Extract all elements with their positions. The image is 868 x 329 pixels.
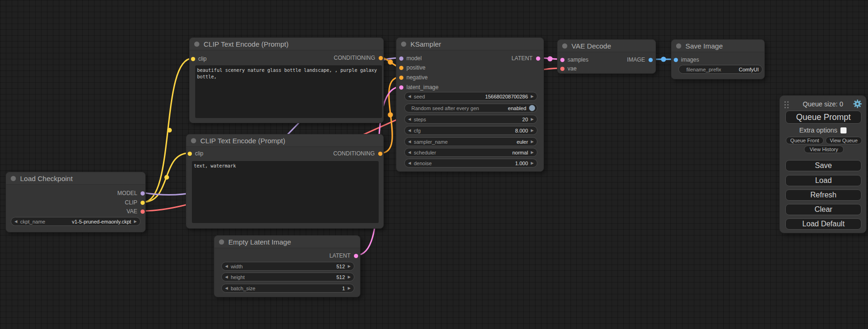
collapse-dot-icon[interactable] bbox=[191, 138, 196, 143]
decrement-arrow-icon[interactable]: ◀ bbox=[14, 220, 17, 224]
positive-prompt-textarea[interactable]: beautiful scenery nature glass bottle la… bbox=[195, 65, 382, 118]
width-widget[interactable]: ◀ width 512 ▶ bbox=[221, 262, 354, 271]
clip-port-icon[interactable] bbox=[141, 201, 145, 205]
node-title-bar[interactable]: CLIP Text Encode (Prompt) bbox=[190, 38, 383, 50]
refresh-button[interactable]: Refresh bbox=[785, 189, 861, 201]
image-port-icon[interactable] bbox=[674, 58, 678, 62]
input-slot-model[interactable]: model bbox=[399, 54, 422, 63]
collapse-dot-icon[interactable] bbox=[11, 176, 16, 181]
decrement-arrow-icon[interactable]: ◀ bbox=[408, 151, 411, 154]
scheduler-widget[interactable]: ◀ scheduler normal ▶ bbox=[404, 148, 537, 157]
extra-options-checkbox[interactable] bbox=[840, 127, 847, 133]
output-slot-clip[interactable]: CLIP bbox=[125, 198, 145, 207]
input-slot-samples[interactable]: samples bbox=[560, 56, 589, 64]
node-title-bar[interactable]: KSampler bbox=[396, 38, 543, 50]
node-save-image[interactable]: Save Image images filename_prefix ComfyU… bbox=[671, 39, 765, 79]
input-slot-clip[interactable]: clip bbox=[191, 55, 207, 63]
increment-arrow-icon[interactable]: ▶ bbox=[531, 129, 534, 133]
input-slot-images[interactable]: images bbox=[674, 56, 699, 64]
node-title-bar[interactable]: Empty Latent Image bbox=[214, 236, 360, 248]
node-title-bar[interactable]: CLIP Text Encode (Prompt) bbox=[186, 134, 383, 147]
latent-port-icon[interactable] bbox=[536, 56, 540, 61]
image-port-icon[interactable] bbox=[649, 58, 653, 62]
comfyui-canvas[interactable]: { "colors": { "model": "#B39DDB", "clip"… bbox=[0, 0, 868, 329]
increment-arrow-icon[interactable]: ▶ bbox=[531, 151, 534, 154]
vae-port-icon[interactable] bbox=[141, 210, 145, 214]
model-port-icon[interactable] bbox=[141, 191, 145, 196]
collapse-dot-icon[interactable] bbox=[676, 43, 681, 49]
decrement-arrow-icon[interactable]: ◀ bbox=[408, 129, 411, 133]
node-title-bar[interactable]: Save Image bbox=[671, 40, 764, 52]
node-clip-text-encode-negative[interactable]: CLIP Text Encode (Prompt) clip CONDITION… bbox=[186, 134, 384, 229]
clip-port-icon[interactable] bbox=[188, 152, 192, 156]
decrement-arrow-icon[interactable]: ◀ bbox=[408, 95, 411, 98]
increment-arrow-icon[interactable]: ▶ bbox=[531, 95, 534, 98]
filename-prefix-widget[interactable]: filename_prefix ComfyUI bbox=[678, 65, 762, 74]
view-queue-button[interactable]: View Queue bbox=[826, 137, 862, 144]
conditioning-port-icon[interactable] bbox=[378, 152, 382, 156]
node-vae-decode[interactable]: VAE Decode samples vae IMAGE bbox=[557, 39, 656, 74]
node-load-checkpoint[interactable]: Load Checkpoint MODEL CLIP VAE ◀ ckpt_na… bbox=[6, 172, 146, 232]
load-default-button[interactable]: Load Default bbox=[785, 218, 861, 230]
ckpt-name-widget[interactable]: ◀ ckpt_name v1-5-pruned-emaonly.ckpt ▶ bbox=[11, 217, 141, 226]
negative-prompt-textarea[interactable]: text, watermark bbox=[192, 161, 379, 223]
sampler-name-widget[interactable]: ◀ sampler_name euler ▶ bbox=[404, 137, 537, 146]
latent-port-icon[interactable] bbox=[560, 58, 565, 62]
cfg-widget[interactable]: ◀ cfg 8.000 ▶ bbox=[404, 126, 537, 135]
increment-arrow-icon[interactable]: ▶ bbox=[531, 140, 534, 144]
collapse-dot-icon[interactable] bbox=[562, 43, 567, 49]
output-slot-latent[interactable]: LATENT bbox=[511, 54, 540, 63]
conditioning-port-icon[interactable] bbox=[399, 76, 403, 80]
queue-prompt-button[interactable]: Queue Prompt bbox=[785, 111, 861, 124]
increment-arrow-icon[interactable]: ▶ bbox=[348, 275, 351, 279]
decrement-arrow-icon[interactable]: ◀ bbox=[225, 275, 228, 279]
latent-port-icon[interactable] bbox=[354, 254, 358, 258]
input-slot-negative[interactable]: negative bbox=[399, 73, 428, 82]
input-slot-positive[interactable]: positive bbox=[399, 63, 426, 72]
decrement-arrow-icon[interactable]: ◀ bbox=[225, 287, 228, 290]
queue-front-button[interactable]: Queue Front bbox=[786, 137, 824, 144]
random-seed-widget[interactable]: Random seed after every gen enabled bbox=[404, 104, 537, 112]
toggle-icon[interactable] bbox=[529, 105, 535, 111]
steps-widget[interactable]: ◀ steps 20 ▶ bbox=[404, 115, 537, 124]
input-slot-latent-image[interactable]: latent_image bbox=[399, 83, 439, 91]
collapse-dot-icon[interactable] bbox=[401, 42, 406, 47]
decrement-arrow-icon[interactable]: ◀ bbox=[408, 161, 411, 165]
decrement-arrow-icon[interactable]: ◀ bbox=[408, 140, 411, 144]
height-widget[interactable]: ◀ height 512 ▶ bbox=[221, 273, 354, 281]
output-slot-vae[interactable]: VAE bbox=[127, 207, 145, 216]
clear-button[interactable]: Clear bbox=[785, 204, 861, 215]
load-button[interactable]: Load bbox=[785, 175, 861, 186]
increment-arrow-icon[interactable]: ▶ bbox=[348, 265, 351, 268]
node-title-bar[interactable]: Load Checkpoint bbox=[6, 172, 145, 185]
increment-arrow-icon[interactable]: ▶ bbox=[134, 220, 137, 224]
output-slot-conditioning[interactable]: CONDITIONING bbox=[334, 54, 383, 62]
increment-arrow-icon[interactable]: ▶ bbox=[348, 287, 351, 290]
output-slot-conditioning[interactable]: CONDITIONING bbox=[333, 149, 382, 158]
increment-arrow-icon[interactable]: ▶ bbox=[531, 118, 534, 121]
increment-arrow-icon[interactable]: ▶ bbox=[531, 161, 534, 165]
view-history-button[interactable]: View History bbox=[804, 146, 844, 153]
conditioning-port-icon[interactable] bbox=[399, 66, 403, 70]
input-slot-vae[interactable]: vae bbox=[560, 64, 577, 73]
node-title-bar[interactable]: VAE Decode bbox=[557, 40, 656, 52]
output-slot-model[interactable]: MODEL bbox=[117, 189, 145, 197]
node-empty-latent-image[interactable]: Empty Latent Image LATENT ◀ width 512 ▶ … bbox=[214, 235, 360, 297]
decrement-arrow-icon[interactable]: ◀ bbox=[408, 118, 411, 121]
node-ksampler[interactable]: KSampler model positive negative latent_… bbox=[396, 37, 544, 172]
batch-size-widget[interactable]: ◀ batch_size 1 ▶ bbox=[221, 284, 354, 293]
save-button[interactable]: Save bbox=[785, 160, 861, 171]
input-slot-clip[interactable]: clip bbox=[188, 149, 204, 158]
clip-port-icon[interactable] bbox=[191, 57, 195, 61]
latent-port-icon[interactable] bbox=[399, 85, 403, 90]
decrement-arrow-icon[interactable]: ◀ bbox=[225, 265, 228, 268]
model-port-icon[interactable] bbox=[399, 56, 403, 61]
node-clip-text-encode-positive[interactable]: CLIP Text Encode (Prompt) clip CONDITION… bbox=[189, 37, 384, 123]
gear-icon[interactable] bbox=[853, 99, 862, 108]
collapse-dot-icon[interactable] bbox=[219, 239, 224, 245]
output-slot-latent[interactable]: LATENT bbox=[329, 252, 358, 260]
vae-port-icon[interactable] bbox=[560, 67, 565, 71]
collapse-dot-icon[interactable] bbox=[194, 42, 199, 47]
conditioning-port-icon[interactable] bbox=[379, 56, 383, 60]
denoise-widget[interactable]: ◀ denoise 1.000 ▶ bbox=[404, 159, 537, 168]
